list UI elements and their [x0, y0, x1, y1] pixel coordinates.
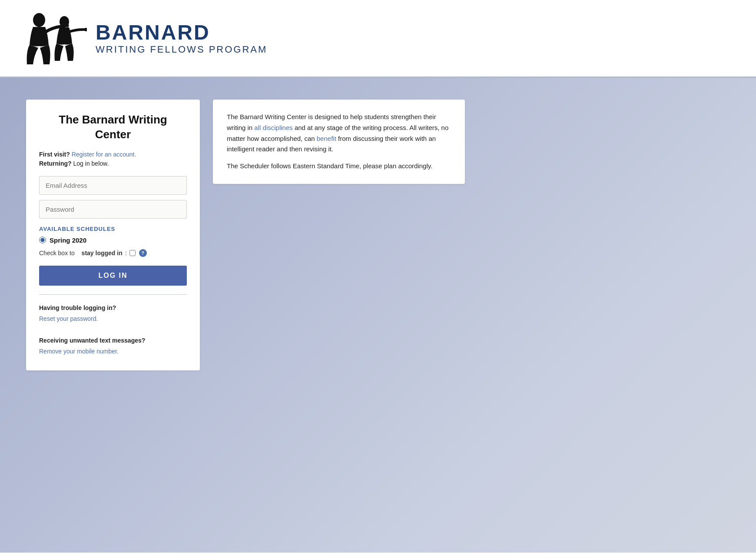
login-card-title: The Barnard Writing Center — [39, 113, 187, 142]
logo-title: BARNARD — [96, 21, 267, 44]
login-intro: First visit? Register for an account. Re… — [39, 150, 187, 168]
logo-area: BARNARD WRITING FELLOWS PROGRAM — [13, 8, 267, 69]
logo-subtitle: WRITING FELLOWS PROGRAM — [96, 44, 267, 55]
register-link[interactable]: Register for an account. — [72, 151, 136, 158]
schedule-radio[interactable] — [39, 237, 46, 243]
svg-point-0 — [33, 13, 45, 27]
info-card: The Barnard Writing Center is designed t… — [213, 100, 465, 184]
trouble-section: Having trouble logging in? Reset your pa… — [39, 303, 187, 357]
help-icon[interactable]: ? — [139, 249, 147, 257]
info-paragraph-1: The Barnard Writing Center is designed t… — [227, 112, 451, 155]
remove-mobile-link[interactable]: Remove your mobile number. — [39, 348, 119, 355]
schedule-radio-row: Spring 2020 — [39, 237, 187, 244]
barnard-logo-icon — [13, 8, 87, 69]
info-paragraph-2: The Scheduler follows Eastern Standard T… — [227, 161, 451, 172]
unwanted-messages-heading: Receiving unwanted text messages? — [39, 337, 145, 344]
logo-text: BARNARD WRITING FELLOWS PROGRAM — [96, 21, 267, 56]
login-button[interactable]: LOG IN — [39, 266, 187, 286]
divider — [39, 294, 187, 295]
stay-logged-in-row: Check box to stay logged in: ? — [39, 249, 187, 257]
main-background: The Barnard Writing Center First visit? … — [0, 78, 756, 553]
login-card: The Barnard Writing Center First visit? … — [26, 100, 200, 370]
schedule-label: Spring 2020 — [50, 237, 86, 244]
reset-password-link[interactable]: Reset your password. — [39, 315, 98, 322]
svg-point-1 — [60, 16, 69, 27]
stay-logged-in-checkbox[interactable] — [129, 250, 136, 256]
available-schedules-label: AVAILABLE SCHEDULES — [39, 226, 187, 232]
password-input[interactable] — [39, 200, 187, 219]
trouble-heading: Having trouble logging in? — [39, 304, 116, 311]
email-input[interactable] — [39, 176, 187, 195]
header: BARNARD WRITING FELLOWS PROGRAM — [0, 0, 756, 78]
